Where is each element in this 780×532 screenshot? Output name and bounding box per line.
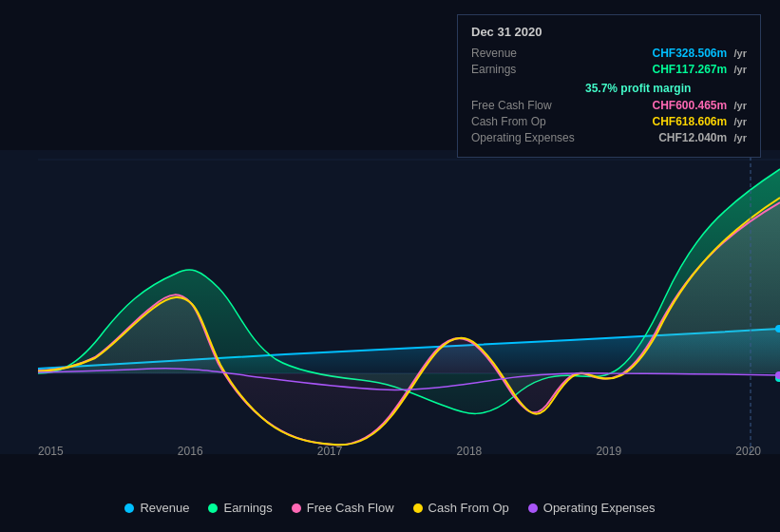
legend: Revenue Earnings Free Cash Flow Cash Fro… — [0, 501, 780, 515]
tooltip-value-opex: CHF12.040m /yr — [658, 131, 747, 144]
legend-dot-fcf — [292, 504, 301, 513]
legend-label-fcf: Free Cash Flow — [307, 501, 394, 515]
tooltip-value-earnings: CHF117.267m /yr — [652, 63, 747, 76]
legend-label-revenue: Revenue — [140, 501, 189, 515]
legend-label-opex: Operating Expenses — [543, 501, 656, 515]
tooltip-row-earnings: Earnings CHF117.267m /yr — [471, 63, 747, 76]
legend-item-cfo[interactable]: Cash From Op — [413, 501, 509, 515]
tooltip-value-cfo: CHF618.606m /yr — [652, 115, 747, 128]
legend-label-cfo: Cash From Op — [428, 501, 509, 515]
tooltip-label-revenue: Revenue — [471, 47, 585, 60]
tooltip-row-cfo: Cash From Op CHF618.606m /yr — [471, 115, 747, 128]
tooltip-row-opex: Operating Expenses CHF12.040m /yr — [471, 131, 747, 144]
x-label-2020: 2020 — [735, 445, 761, 458]
x-label-2015: 2015 — [38, 445, 64, 458]
profit-margin-text: 35.7% profit margin — [585, 82, 691, 95]
tooltip-date: Dec 31 2020 — [471, 25, 747, 39]
legend-label-earnings: Earnings — [223, 501, 272, 515]
profit-margin-row: 35.7% profit margin — [585, 79, 747, 96]
tooltip-value-revenue: CHF328.506m /yr — [652, 47, 747, 60]
x-label-2018: 2018 — [457, 445, 483, 458]
legend-item-revenue[interactable]: Revenue — [124, 501, 189, 515]
tooltip-row-revenue: Revenue CHF328.506m /yr — [471, 47, 747, 60]
chart-container: Dec 31 2020 Revenue CHF328.506m /yr Earn… — [0, 0, 780, 532]
main-chart — [0, 150, 780, 454]
x-label-2016: 2016 — [178, 445, 203, 458]
legend-dot-revenue — [124, 504, 134, 513]
legend-dot-earnings — [208, 504, 218, 513]
legend-item-earnings[interactable]: Earnings — [208, 501, 272, 515]
tooltip-label-opex: Operating Expenses — [471, 131, 585, 144]
tooltip-row-fcf: Free Cash Flow CHF600.465m /yr — [471, 99, 747, 112]
legend-dot-opex — [528, 504, 538, 513]
tooltip: Dec 31 2020 Revenue CHF328.506m /yr Earn… — [457, 14, 761, 158]
legend-dot-cfo — [413, 504, 423, 513]
legend-item-opex[interactable]: Operating Expenses — [528, 501, 656, 515]
tooltip-label-cfo: Cash From Op — [471, 115, 585, 128]
legend-item-fcf[interactable]: Free Cash Flow — [292, 501, 394, 515]
x-label-2019: 2019 — [596, 445, 621, 458]
tooltip-label-earnings: Earnings — [471, 63, 585, 76]
tooltip-value-fcf: CHF600.465m /yr — [652, 99, 747, 112]
x-label-2017: 2017 — [317, 445, 343, 458]
tooltip-label-fcf: Free Cash Flow — [471, 99, 585, 112]
